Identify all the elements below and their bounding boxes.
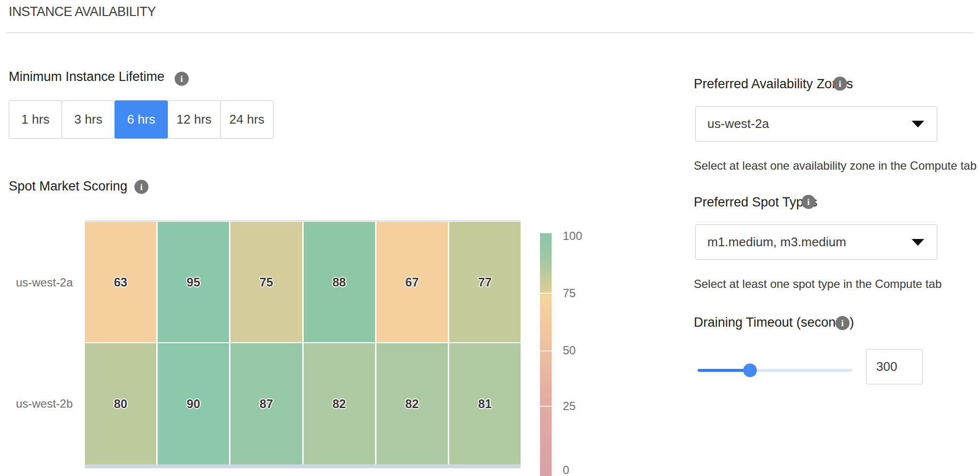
preferred-availability-zones-info-icon[interactable]: i [833,77,847,91]
heatmap-colorbar [540,233,552,476]
colorbar-tick-50: 50 [563,344,592,357]
spot-types-helper-text: Select at least one spot type in the Com… [694,277,942,291]
instance-availability-panel: INSTANCE AVAILABILITY Minimum Instance L… [0,0,980,476]
heatmap-cell-value: 87 [260,397,273,411]
draining-timeout-value: 300 [876,359,897,374]
heatmap-cell-us-west-2b-0[interactable]: 80 [85,343,156,464]
heatmap-cell-us-west-2a-3[interactable]: 88 [304,222,375,342]
lifetime-button-1-hrs[interactable]: 1 hrs [9,100,62,139]
heatmap-cell-us-west-2a-0[interactable]: 63 [85,222,156,342]
heatmap-bottom-strip [85,464,521,468]
minimum-instance-lifetime-label: Minimum Instance Lifetime [9,69,164,84]
preferred-availability-zones-label: Preferred Availability Zones [694,77,853,92]
colorbar-tick-0: 0 [563,464,592,476]
availability-zones-helper-text: Select at least one availability zone in… [694,159,977,173]
preferred-spot-types-label: Preferred Spot Types [694,195,817,210]
heatmap-cell-us-west-2b-4[interactable]: 82 [376,343,448,464]
colorbar-tick-100: 100 [563,230,592,242]
heatmap-cell-us-west-2a-4[interactable]: 67 [376,222,448,342]
draining-timeout-label: Draining Timeout (seconds) [694,315,854,330]
draining-timeout-slider-fill [698,369,750,372]
page-title: INSTANCE AVAILABILITY [9,4,156,19]
spot-market-scoring-info-icon[interactable]: i [134,180,148,194]
colorbar-divider-50 [540,350,552,351]
heatmap-cell-value: 82 [332,397,346,411]
heatmap-cell-us-west-2b-1[interactable]: 90 [158,343,229,464]
lifetime-button-6-hrs[interactable]: 6 hrs [114,100,168,139]
spot-types-dropdown-value: m1.medium, m3.medium [707,235,846,250]
lifetime-button-3-hrs[interactable]: 3 hrs [62,100,115,139]
heatmap-cell-value: 88 [332,275,346,289]
heatmap-cell-value: 77 [478,275,492,289]
heatmap-cell-value: 90 [187,397,200,411]
heatmap-cell-us-west-2a-1[interactable]: 95 [158,222,229,342]
heatmap-cell-value: 95 [187,275,200,289]
heatmap-row-label-us-west-2b: us-west-2b [0,397,73,410]
heatmap-cell-value: 75 [260,275,273,289]
heatmap-row-us-west-2a: 639575886777 [85,222,521,342]
heatmap-cell-us-west-2b-3[interactable]: 82 [304,343,375,464]
draining-timeout-slider-thumb[interactable] [743,364,757,377]
availability-zones-dropdown-value: us-west-2a [707,116,769,131]
spot-market-scoring-heatmap: 639575886777 809087828281 [85,220,521,468]
spot-market-scoring-label: Spot Market Scoring [9,179,128,194]
heatmap-cell-value: 80 [114,397,128,411]
heatmap-row-label-us-west-2a: us-west-2a [0,276,73,289]
colorbar-tick-25: 25 [563,400,592,413]
availability-zones-dropdown[interactable]: us-west-2a [695,106,937,142]
colorbar-divider-75 [540,293,552,294]
chevron-down-icon [912,239,924,246]
minimum-instance-lifetime-button-group: 1 hrs3 hrs6 hrs12 hrs24 hrs [9,100,274,139]
heatmap-cell-value: 63 [114,275,128,289]
draining-timeout-info-icon[interactable]: i [835,316,849,330]
heatmap-cell-value: 81 [478,397,492,411]
lifetime-button-24-hrs[interactable]: 24 hrs [220,100,274,139]
heatmap-cell-us-west-2b-2[interactable]: 87 [230,343,302,464]
colorbar-tick-75: 75 [563,287,592,300]
chevron-down-icon [912,121,924,127]
heatmap-cell-value: 82 [405,397,419,411]
lifetime-button-12-hrs[interactable]: 12 hrs [167,100,221,139]
preferred-spot-types-info-icon[interactable]: i [801,195,816,209]
heatmap-cell-us-west-2a-2[interactable]: 75 [230,222,302,342]
header-divider [7,32,973,33]
colorbar-divider-25 [540,406,552,407]
draining-timeout-input[interactable]: 300 [866,349,923,384]
minimum-instance-lifetime-info-icon[interactable]: i [175,72,189,86]
heatmap-cell-us-west-2b-5[interactable]: 81 [449,343,521,464]
heatmap-cell-us-west-2a-5[interactable]: 77 [449,222,521,342]
heatmap-cell-value: 67 [405,275,419,289]
heatmap-row-us-west-2b: 809087828281 [85,343,521,464]
spot-types-dropdown[interactable]: m1.medium, m3.medium [695,224,937,260]
